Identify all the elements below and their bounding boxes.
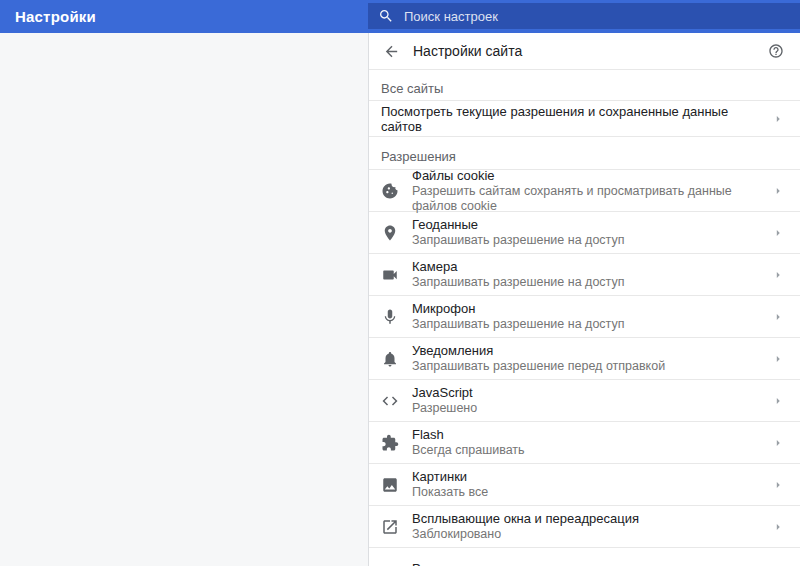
row-popups[interactable]: Всплывающие окна и переадресация Заблоки… bbox=[369, 506, 800, 548]
chevron-right-icon bbox=[771, 226, 785, 240]
row-title: JavaScript bbox=[412, 385, 477, 401]
row-camera[interactable]: Камера Запрашивать разрешение на доступ bbox=[369, 254, 800, 296]
row-title: Файлы cookie bbox=[412, 168, 771, 184]
search-input[interactable] bbox=[404, 9, 800, 24]
row-title: Всплывающие окна и переадресация bbox=[412, 511, 639, 527]
site-settings-card: Настройки сайта Все сайты Посмотреть тек… bbox=[368, 33, 800, 566]
top-toolbar: Настройки bbox=[0, 0, 800, 33]
section-label-permissions: Разрешения bbox=[369, 137, 800, 170]
view-permissions-row[interactable]: Посмотреть текущие разрешения и сохранен… bbox=[369, 101, 800, 137]
cookie-icon bbox=[381, 182, 399, 200]
notifications-icon bbox=[381, 350, 399, 368]
chevron-right-icon bbox=[771, 478, 785, 492]
camera-icon bbox=[381, 266, 399, 284]
row-images[interactable]: Картинки Показать все bbox=[369, 464, 800, 506]
section-label-all-sites: Все сайты bbox=[369, 70, 800, 101]
row-title: Микрофон bbox=[412, 301, 624, 317]
code-icon bbox=[381, 392, 399, 410]
row-title: Камера bbox=[412, 259, 624, 275]
row-subtitle: Запрашивать разрешение перед отправкой bbox=[412, 359, 665, 374]
row-subtitle: Всегда спрашивать bbox=[412, 443, 525, 458]
settings-title: Настройки bbox=[15, 0, 96, 33]
row-title: Картинки bbox=[412, 469, 488, 485]
subpage-header: Настройки сайта bbox=[369, 33, 800, 70]
chevron-right-icon bbox=[771, 394, 785, 408]
row-subtitle: Запрашивать разрешение на доступ bbox=[412, 233, 624, 248]
chevron-right-icon bbox=[771, 352, 785, 366]
page-title: Настройки сайта bbox=[413, 43, 522, 59]
row-subtitle: Запрашивать разрешение на доступ bbox=[412, 317, 624, 332]
view-permissions-label: Посмотреть текущие разрешения и сохранен… bbox=[381, 104, 771, 134]
help-icon[interactable] bbox=[768, 43, 784, 59]
row-javascript[interactable]: JavaScript Разрешено bbox=[369, 380, 800, 422]
row-subtitle: Разрешить сайтам сохранять и просматрива… bbox=[412, 184, 771, 214]
row-title: Flash bbox=[412, 427, 525, 443]
open-in-new-icon bbox=[381, 518, 399, 536]
row-flash[interactable]: Flash Всегда спрашивать bbox=[369, 422, 800, 464]
image-icon bbox=[381, 476, 399, 494]
puzzle-icon bbox=[381, 434, 399, 452]
chevron-right-icon bbox=[771, 184, 785, 198]
row-subtitle: Запрашивать разрешение на доступ bbox=[412, 275, 624, 290]
chevron-right-icon bbox=[771, 268, 785, 282]
chevron-right-icon bbox=[771, 436, 785, 450]
chevron-right-icon bbox=[771, 310, 785, 324]
arrow-back-icon[interactable] bbox=[383, 43, 400, 60]
chevron-right-icon bbox=[771, 112, 785, 126]
ads-icon-placeholder bbox=[381, 560, 399, 566]
row-subtitle: Заблокировано bbox=[412, 527, 639, 542]
row-location[interactable]: Геоданные Запрашивать разрешение на дост… bbox=[369, 212, 800, 254]
row-cookies[interactable]: Файлы cookie Разрешить сайтам сохранять … bbox=[369, 170, 800, 212]
row-subtitle: Показать все bbox=[412, 485, 488, 500]
row-notifications[interactable]: Уведомления Запрашивать разрешение перед… bbox=[369, 338, 800, 380]
location-icon bbox=[381, 224, 399, 242]
row-title: Геоданные bbox=[412, 217, 624, 233]
chevron-right-icon bbox=[771, 520, 785, 534]
row-title: Уведомления bbox=[412, 343, 665, 359]
row-microphone[interactable]: Микрофон Запрашивать разрешение на досту… bbox=[369, 296, 800, 338]
settings-search-field[interactable] bbox=[368, 3, 800, 29]
microphone-icon bbox=[381, 308, 399, 326]
row-title: Реклама bbox=[412, 561, 464, 566]
row-subtitle: Разрешено bbox=[412, 401, 477, 416]
search-icon bbox=[378, 8, 394, 24]
row-ads[interactable]: Реклама bbox=[369, 548, 800, 566]
